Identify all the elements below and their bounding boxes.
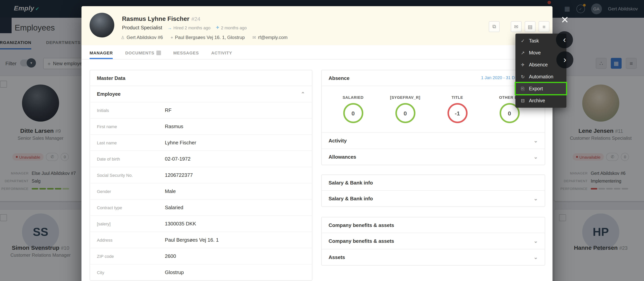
benefits-header: Company benefits & assets xyxy=(322,217,545,233)
email-text: rf@emply.com xyxy=(258,35,288,40)
absence-card: Absence1 Jan 2020 - 31 D SALARIED0 [SYGE… xyxy=(321,70,545,165)
hired-text: Hired 2 months ago xyxy=(173,25,210,30)
menu-item-label: Export xyxy=(529,86,543,91)
section-label: Activity xyxy=(328,138,347,144)
card-title: Salary & Bank info xyxy=(328,180,373,186)
field-value: Salaried xyxy=(165,204,183,210)
export-icon: ⎘ xyxy=(520,86,526,91)
mail-icon: ✉ xyxy=(514,24,518,30)
activity-section-row[interactable]: Activity⌄ xyxy=(322,132,545,148)
menu-item-export[interactable]: ⎘Export xyxy=(516,82,566,94)
document-button[interactable]: ▤ xyxy=(525,21,536,32)
profile-number: #24 xyxy=(191,16,200,22)
field-label: Address xyxy=(97,238,165,242)
tab-documents[interactable]: DOCUMENTS xyxy=(125,50,161,59)
employee-section-row[interactable]: Employee⌃ xyxy=(90,86,312,102)
allowances-section-row[interactable]: Allowances⌄ xyxy=(322,148,545,165)
stat-label: [SYGEFRAV_R] xyxy=(379,95,431,100)
employee-profile-modal: Rasmus Lyhne Fischer#24 Product Speciali… xyxy=(82,6,552,281)
field-label: First name xyxy=(97,124,165,129)
field-label: Last name xyxy=(97,140,165,145)
manager-name: Gert Abildskov #6 xyxy=(127,35,163,40)
field-value: Male xyxy=(165,188,176,194)
section-label: Company benefits & assets xyxy=(328,238,394,244)
tab-label: ACTIVITY xyxy=(211,50,232,55)
section-label: Salary & Bank info xyxy=(328,196,373,202)
field-row: CityGlostrup xyxy=(90,264,312,280)
field-value: Paul Bergsøes Vej 16. 1 xyxy=(165,237,219,243)
chevron-down-icon[interactable]: ⌄ xyxy=(534,238,538,244)
card-title: Absence xyxy=(328,75,350,81)
tab-label: MANAGER xyxy=(90,50,113,55)
absence-header: Absence1 Jan 2020 - 31 D xyxy=(322,70,545,86)
chevron-up-icon[interactable]: ⌃ xyxy=(301,91,305,97)
tab-activity[interactable]: ACTIVITY xyxy=(211,50,232,59)
hired-arrow-icon: → xyxy=(168,25,172,30)
tab-manager[interactable]: MANAGER xyxy=(90,50,113,59)
benefits-section-row[interactable]: Company benefits & assets⌄ xyxy=(322,233,545,249)
next-employee-button[interactable]: › xyxy=(556,51,573,68)
section-label: Allowances xyxy=(328,154,356,160)
tenure-info: ✈2 months ago xyxy=(216,25,247,30)
person-icon: ♙ xyxy=(121,35,125,40)
previous-employee-button[interactable]: ‹ xyxy=(556,31,573,48)
profile-tabs: MANAGER DOCUMENTS MESSAGES ACTIVITY xyxy=(82,45,552,60)
menu-item-archive[interactable]: ⊟Archive xyxy=(516,94,566,106)
field-value: RF xyxy=(165,107,172,113)
stat-value: -1 xyxy=(455,110,460,116)
chevron-left-icon: ‹ xyxy=(563,35,566,45)
section-label: Assets xyxy=(328,254,345,260)
tenure-icon: ✈ xyxy=(216,25,219,30)
tab-label: DOCUMENTS xyxy=(125,50,154,55)
absence-icon: ✈ xyxy=(520,62,526,67)
absence-date-range[interactable]: 1 Jan 2020 - 31 D xyxy=(481,75,515,80)
field-row: InitialsRF xyxy=(90,102,312,118)
field-row: ZIP code2600 xyxy=(90,248,312,264)
field-value: Glostrup xyxy=(165,270,184,275)
field-value: Lyhne Fischer xyxy=(165,140,196,146)
field-row: GenderMale xyxy=(90,183,312,199)
stat-label: SALARIED xyxy=(327,95,379,100)
chevron-down-icon[interactable]: ⌄ xyxy=(534,196,538,202)
more-actions-button[interactable]: ≡ xyxy=(538,21,550,32)
section-label: Employee xyxy=(97,91,121,97)
chevron-down-icon[interactable]: ⌄ xyxy=(534,254,538,260)
field-value: 1206722377 xyxy=(165,172,193,178)
stat-title: TITLE-1 xyxy=(431,95,484,123)
profile-photo-avatar xyxy=(90,13,114,38)
chevron-down-icon[interactable]: ⌄ xyxy=(534,138,538,144)
close-modal-button[interactable]: ✕ xyxy=(559,14,571,26)
chevron-down-icon[interactable]: ⌄ xyxy=(534,154,538,160)
stat-salaried: SALARIED0 xyxy=(327,95,379,123)
task-icon: ✓ xyxy=(520,38,526,44)
field-row: Contract typeSalaried xyxy=(90,199,312,216)
master-data-header: Master Data xyxy=(90,70,312,86)
tab-label: MESSAGES xyxy=(173,50,199,55)
manager-info[interactable]: ♙Gert Abildskov #6 xyxy=(121,35,163,40)
field-label: Social Security No. xyxy=(97,173,165,177)
card-title: Master Data xyxy=(97,75,125,81)
card-title: Company benefits & assets xyxy=(328,222,394,228)
document-icon: ▤ xyxy=(528,24,532,30)
tab-messages[interactable]: MESSAGES xyxy=(173,50,199,59)
salary-section-row[interactable]: Salary & Bank info⌄ xyxy=(322,191,545,206)
field-label: Date of birth xyxy=(97,156,165,161)
field-value: 02-07-1972 xyxy=(165,156,190,162)
email-info[interactable]: ✉rf@emply.com xyxy=(252,35,288,40)
org-chart-icon: ⧉ xyxy=(492,24,496,30)
menu-item-label: Automation xyxy=(529,74,553,79)
archive-icon: ⊟ xyxy=(520,98,526,103)
field-label: [salery] xyxy=(97,221,165,226)
assets-section-row[interactable]: Assets⌄ xyxy=(322,249,545,265)
email-icon: ✉ xyxy=(252,35,256,40)
stat-label: TITLE xyxy=(431,95,484,100)
stat-sygefravr: [SYGEFRAV_R]0 xyxy=(379,95,431,123)
salary-header: Salary & Bank info xyxy=(322,175,545,191)
location-icon: ⌖ xyxy=(171,35,173,40)
org-chart-button[interactable]: ⧉ xyxy=(489,21,500,32)
hamburger-icon: ≡ xyxy=(542,24,545,30)
menu-item-label: Archive xyxy=(529,98,545,103)
menu-item-automation[interactable]: ↻Automation xyxy=(516,71,566,82)
stat-circle: 0 xyxy=(343,103,363,123)
send-mail-button[interactable]: ✉ xyxy=(511,21,522,32)
